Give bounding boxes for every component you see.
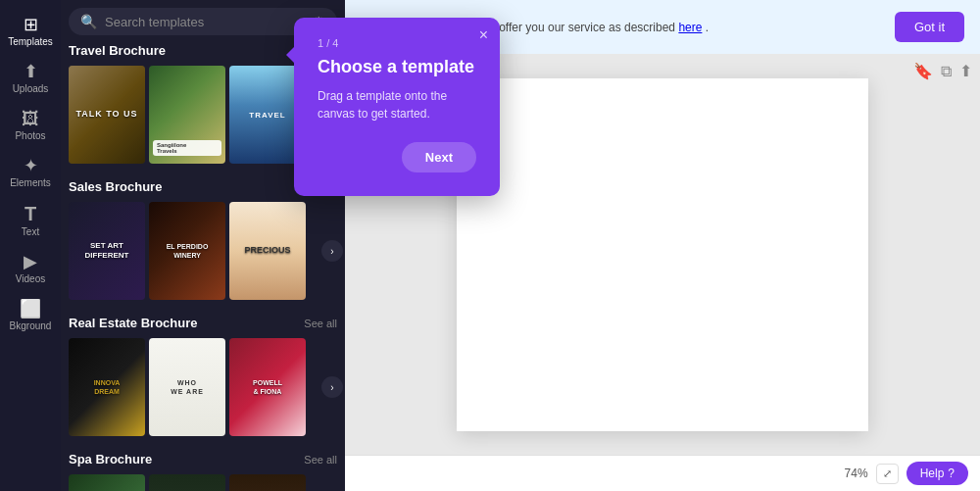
template-grid-spa: TALK TO US ACCESOBODYTHERAPY › [69, 474, 337, 491]
sidebar-item-videos[interactable]: ▶ Videos [0, 245, 61, 292]
sidebar-item-background-label: Bkground [10, 320, 52, 331]
sidebar-item-text[interactable]: T Text [0, 196, 61, 245]
section-sales-title: Sales Brochure [69, 179, 162, 194]
sales-next-arrow[interactable]: › [321, 240, 343, 262]
section-spa: Spa Brochure See all TALK TO US [69, 452, 337, 491]
copy-icon[interactable]: ⧉ [941, 63, 952, 80]
bottom-bar: 74% ⤢ Help ? [345, 455, 980, 491]
template-sales-2-label: EL PERDIDOWINERY [163, 238, 213, 264]
sidebar-item-uploads-label: Uploads [13, 83, 49, 94]
template-spa-2-content: TALK TO US [149, 474, 225, 491]
elements-icon: ✦ [24, 157, 38, 174]
expand-button[interactable]: ⤢ [876, 464, 899, 484]
uploads-icon: ⬆ [24, 63, 38, 80]
popup-counter: 1 / 4 [318, 37, 476, 49]
template-realestate-2-we: WE ARE [171, 388, 204, 395]
template-realestate-2-content: WHO WE ARE [149, 338, 225, 436]
sidebar-item-text-label: Text [22, 226, 39, 237]
sidebar-item-templates-label: Templates [8, 36, 53, 47]
section-spa-title: Spa Brochure [69, 452, 152, 466]
section-sales: Sales Brochure See all SET ARTDIFFERENT … [69, 179, 337, 300]
export-icon[interactable]: ⬆ [959, 62, 972, 80]
popup-next-button[interactable]: Next [402, 142, 476, 172]
template-travel-2-label: SangiiloneTravels [153, 140, 221, 156]
template-sales-3[interactable]: PRECIOUS [229, 202, 306, 300]
sidebar-item-photos-label: Photos [15, 130, 45, 141]
templates-icon: ⊞ [24, 16, 38, 33]
template-spa-2[interactable]: TALK TO US [149, 474, 225, 491]
sidebar: ⊞ Templates ⬆ Uploads 🖼 Photos ✦ Element… [0, 0, 61, 491]
sidebar-item-videos-label: Videos [16, 273, 45, 284]
popup-close-button[interactable]: × [479, 27, 488, 43]
template-realestate-1-content: INNOVADREAM [69, 338, 145, 436]
sidebar-item-uploads[interactable]: ⬆ Uploads [0, 55, 61, 102]
template-spa-3-content: ACCESOBODYTHERAPY [229, 474, 306, 491]
template-grid-realestate: INNOVADREAM WHO WE ARE POWELL& FIONA › [69, 338, 337, 436]
sidebar-item-elements-label: Elements [10, 177, 51, 188]
template-realestate-1-label: INNOVADREAM [90, 374, 124, 400]
section-realestate-title: Real Estate Brochure [69, 316, 198, 330]
template-sales-2[interactable]: EL PERDIDOWINERY [149, 202, 225, 300]
template-sales-1-content: SET ARTDIFFERENT [69, 202, 145, 300]
got-it-button[interactable]: Got it [895, 12, 964, 42]
photos-icon: 🖼 [22, 110, 39, 127]
template-sales-3-content: PRECIOUS [229, 202, 306, 300]
search-input[interactable] [105, 15, 305, 29]
canvas-document [457, 78, 868, 431]
template-realestate-1[interactable]: INNOVADREAM [69, 338, 145, 436]
sidebar-item-background[interactable]: ⬜ Bkground [0, 292, 61, 339]
template-spa-1[interactable] [69, 474, 145, 491]
template-realestate-2[interactable]: WHO WE ARE [149, 338, 225, 436]
template-travel-1-label: TALK TO US [72, 105, 141, 124]
template-spa-3[interactable]: ACCESOBODYTHERAPY [229, 474, 306, 491]
template-realestate-3-label: POWELL& FIONA [249, 374, 286, 400]
background-icon: ⬜ [20, 300, 41, 318]
section-realestate-header: Real Estate Brochure See all [69, 316, 337, 330]
search-icon: 🔍 [80, 14, 97, 29]
template-grid-sales: SET ARTDIFFERENT EL PERDIDOWINERY PRECIO… [69, 202, 337, 300]
cookie-text-end: . [706, 21, 709, 34]
help-question-icon: ? [948, 466, 955, 480]
here-link[interactable]: here [678, 21, 702, 34]
popup-description: Drag a template onto the canvas to get s… [318, 87, 476, 123]
section-travel-title: Travel Brochure [69, 43, 166, 58]
template-realestate-3[interactable]: POWELL& FIONA [229, 338, 306, 436]
tutorial-popup: × 1 / 4 Choose a template Drag a templat… [294, 18, 500, 196]
template-sales-3-label: PRECIOUS [240, 241, 294, 261]
template-realestate-2-who: WHO [177, 379, 197, 386]
template-travel-2[interactable]: SangiiloneTravels [149, 66, 225, 164]
template-travel-3-label: TRAVEL [233, 111, 302, 120]
bookmark-icon[interactable]: 🔖 [913, 62, 933, 80]
sidebar-item-templates[interactable]: ⊞ Templates [0, 8, 61, 55]
text-icon: T [24, 204, 36, 223]
help-button[interactable]: Help ? [906, 462, 968, 485]
videos-icon: ▶ [24, 253, 37, 270]
template-realestate-3-content: POWELL& FIONA [229, 338, 306, 436]
popup-title: Choose a template [318, 57, 476, 77]
section-spa-header: Spa Brochure See all [69, 452, 337, 466]
zoom-label: 74% [845, 466, 868, 480]
template-sales-1[interactable]: SET ARTDIFFERENT [69, 202, 145, 300]
section-realestate-see-all[interactable]: See all [304, 318, 337, 329]
help-label: Help [920, 466, 945, 480]
section-realestate: Real Estate Brochure See all INNOVADREAM… [69, 316, 337, 436]
sidebar-item-elements[interactable]: ✦ Elements [0, 149, 61, 196]
zoom-control: 74% [845, 466, 868, 480]
template-sales-2-content: EL PERDIDOWINERY [149, 202, 225, 300]
template-travel-1-content: TALK TO US [69, 66, 145, 164]
template-sales-1-label: SET ARTDIFFERENT [81, 237, 133, 266]
sidebar-item-photos[interactable]: 🖼 Photos [0, 102, 61, 149]
canvas-toolbar: 🔖 ⧉ ⬆ [913, 62, 972, 80]
realestate-next-arrow[interactable]: › [321, 376, 343, 398]
template-travel-1[interactable]: TALK TO US [69, 66, 145, 164]
template-spa-1-content [69, 474, 145, 491]
section-spa-see-all[interactable]: See all [304, 454, 337, 466]
